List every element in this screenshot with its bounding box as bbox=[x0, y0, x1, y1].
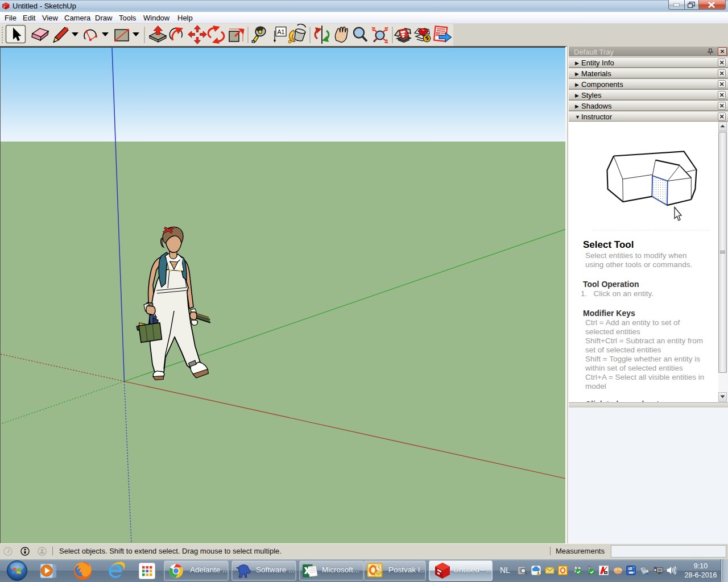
svg-text:A1: A1 bbox=[278, 28, 285, 35]
